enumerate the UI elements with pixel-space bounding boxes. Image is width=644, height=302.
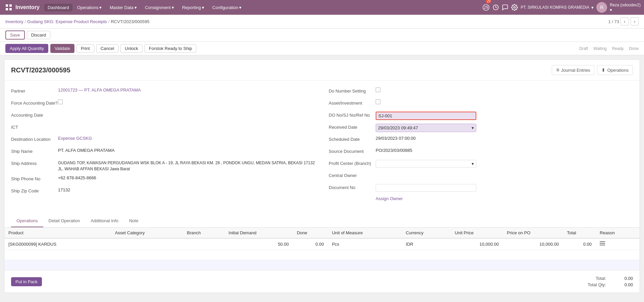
nav-operations[interactable]: Operations ▾ xyxy=(74,4,105,11)
received-date-value: 29/03/2023 09:49:47 xyxy=(378,125,418,130)
svg-text:29: 29 xyxy=(484,5,489,10)
updates-icon[interactable]: 29 29 xyxy=(482,4,490,11)
do-number-checkbox[interactable] xyxy=(376,87,380,92)
table-row[interactable]: [SKG0000099] KARDUS 50.00 0.00 Pcs IDR 1… xyxy=(4,238,640,250)
save-button[interactable]: Save xyxy=(5,31,25,40)
page-navigation: ‹ › xyxy=(621,17,639,25)
force-accounting-checkbox[interactable] xyxy=(58,100,63,104)
nav-masterdata-arrow: ▾ xyxy=(135,5,137,10)
nav-consignment[interactable]: Consignment ▾ xyxy=(142,4,177,11)
breadcrumb-gudang[interactable]: Gudang SKG: Expense Product Receipts xyxy=(27,19,107,24)
nav-configuration[interactable]: Configuration ▾ xyxy=(209,4,245,11)
top-navigation: Inventory Dashboard Operations ▾ Master … xyxy=(0,0,644,15)
partner-value[interactable]: 12001723 — PT. ALFA OMEGA PRATAMA xyxy=(58,87,315,93)
empty-row-2 xyxy=(4,260,640,270)
journal-entries-button[interactable]: ≡ Journal Entries xyxy=(552,65,594,75)
clock-icon[interactable] xyxy=(492,4,499,11)
dest-location-label: Destination Location xyxy=(11,136,58,142)
tab-operations[interactable]: Operations xyxy=(11,215,43,227)
asset-investment-checkbox[interactable] xyxy=(376,100,380,104)
source-doc-label: Source Document xyxy=(329,148,376,154)
nav-dashboard[interactable]: Dashboard xyxy=(44,4,72,11)
operations-icon: ⬍ xyxy=(601,67,605,73)
do-no-ref-label: DO No/SJ No/Ref No xyxy=(329,112,376,118)
put-in-pack-button[interactable]: Put in Pack xyxy=(11,277,42,286)
settings-icon[interactable] xyxy=(511,4,518,11)
form-body: Partner 12001723 — PT. ALFA OMEGA PRATAM… xyxy=(4,81,640,215)
tab-detail-operation[interactable]: Detail Operation xyxy=(43,215,86,227)
user-menu[interactable]: Reza (odoodev2) ▾ xyxy=(610,3,641,12)
cell-initial-demand: 50.00 xyxy=(224,238,293,250)
col-initial-demand: Initial Demand xyxy=(224,228,293,238)
prev-page-button[interactable]: ‹ xyxy=(621,17,629,25)
dest-location-field: Destination Location Expense GCSKG xyxy=(11,136,315,144)
col-reason: Reason xyxy=(596,228,640,238)
cell-branch xyxy=(183,238,224,250)
scheduled-date-field: Scheduled Date 29/03/2023 07:00:00 xyxy=(329,136,633,144)
ship-phone-value: +62 878-8425-8666 xyxy=(58,175,315,180)
ship-zip-label: Ship Zip Code xyxy=(11,187,58,193)
apply-all-quantity-button[interactable]: Apply All Quantity xyxy=(5,44,48,53)
company-selector[interactable]: PT. SIRKULASI KOMPAS GRAMEDIA ▾ xyxy=(521,5,594,10)
asset-investment-label: Asset/Investment xyxy=(329,100,376,106)
partner-label: Partner xyxy=(11,87,58,94)
cancel-button[interactable]: Cancel xyxy=(96,44,118,53)
apps-icon[interactable] xyxy=(3,2,14,13)
central-owner-label: Central Owner xyxy=(329,172,376,178)
status-done: Done xyxy=(629,46,639,51)
print-button[interactable]: Print xyxy=(76,44,94,53)
form-left-column: Partner 12001723 — PT. ALFA OMEGA PRATAM… xyxy=(11,87,315,208)
do-number-field: Do Number Setting xyxy=(329,87,633,96)
do-no-ref-field: DO No/SJ No/Ref No xyxy=(329,112,633,120)
profit-center-select[interactable]: ▾ xyxy=(376,160,476,168)
nav-reporting[interactable]: Reporting ▾ xyxy=(179,4,208,11)
ship-name-value: PT. ALFA OMEGA PRATAMA xyxy=(58,148,315,153)
total-row: Total: 0.00 xyxy=(588,276,633,281)
company-name: PT. SIRKULASI KOMPAS GRAMEDIA xyxy=(521,5,589,10)
do-no-ref-input[interactable] xyxy=(376,112,476,120)
breadcrumb-inventory[interactable]: Inventory xyxy=(5,19,23,24)
user-avatar[interactable]: R xyxy=(596,2,607,13)
cell-unit-price: 10,000.00 xyxy=(451,238,503,250)
dest-location-value[interactable]: Expense GCSKG xyxy=(58,136,315,141)
tab-additional-info[interactable]: Additional Info xyxy=(86,215,124,227)
breadcrumb: Inventory / Gudang SKG: Expense Product … xyxy=(0,15,644,28)
ship-zip-field: Ship Zip Code 17132 xyxy=(11,187,315,196)
ship-name-label: Ship Name xyxy=(11,148,58,154)
tabs-bar: Operations Detail Operation Additional I… xyxy=(4,215,640,228)
received-date-input[interactable]: 29/03/2023 09:49:47 ▾ xyxy=(376,124,476,132)
profit-center-arrow: ▾ xyxy=(472,161,474,166)
document-no-input[interactable] xyxy=(376,184,476,192)
tab-note[interactable]: Note xyxy=(124,215,144,227)
nav-reporting-arrow: ▾ xyxy=(202,5,204,10)
central-owner-field: Central Owner xyxy=(329,172,633,181)
user-name: Reza (odoodev2) xyxy=(610,3,641,7)
operations-button[interactable]: ⬍ Operations xyxy=(597,65,633,75)
nav-master-data[interactable]: Master Data ▾ xyxy=(106,4,140,11)
unlock-button[interactable]: Unlock xyxy=(120,44,143,53)
source-doc-value: PO/2023/03/00885 xyxy=(376,148,633,153)
received-date-field: Received Date 29/03/2023 09:49:47 ▾ xyxy=(329,124,633,132)
assign-owner-button[interactable]: Assign Owner xyxy=(376,196,633,201)
forstok-button[interactable]: Forstok Ready to Ship xyxy=(145,44,197,53)
validate-button[interactable]: Validate xyxy=(50,44,74,53)
col-currency: Currency xyxy=(402,228,451,238)
col-unit-price: Unit Price xyxy=(451,228,503,238)
received-date-label: Received Date xyxy=(329,124,376,130)
svg-rect-0 xyxy=(6,4,8,7)
asset-investment-field: Asset/Investment xyxy=(329,100,633,108)
discard-button[interactable]: Discard xyxy=(27,31,50,39)
cell-currency: IDR xyxy=(402,238,451,250)
nav-configuration-arrow: ▾ xyxy=(239,5,241,10)
document-no-label: Document No xyxy=(329,184,376,190)
main-content: RCVT/2023/000595 ≡ Journal Entries ⬍ Ope… xyxy=(4,59,640,293)
svg-rect-1 xyxy=(9,4,12,7)
operations-table: Product Asset Category Branch Initial De… xyxy=(4,228,640,270)
scheduled-date-label: Scheduled Date xyxy=(329,136,376,142)
chat-icon[interactable] xyxy=(502,4,508,11)
status-bar: Draft Waiting Ready Done xyxy=(579,46,639,51)
next-page-button[interactable]: › xyxy=(631,17,639,25)
profit-center-field: Profit Center (Branch) ▾ xyxy=(329,160,633,169)
ship-name-field: Ship Name PT. ALFA OMEGA PRATAMA xyxy=(11,148,315,157)
status-draft: Draft xyxy=(579,46,588,51)
